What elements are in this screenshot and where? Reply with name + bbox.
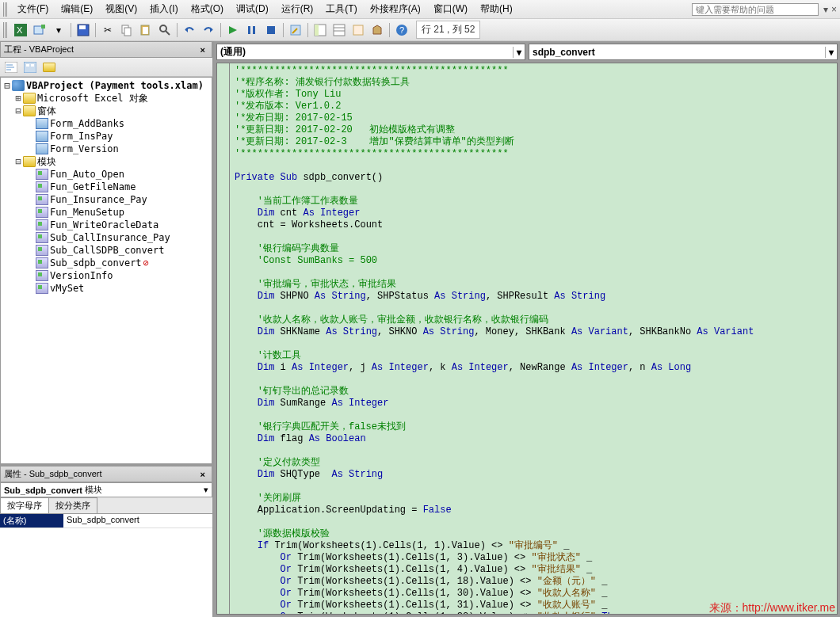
menu-debug[interactable]: 调试(D) [230, 1, 275, 17]
tree-form-item[interactable]: Form_AddBanks [2, 117, 210, 130]
svg-rect-3 [41, 25, 45, 29]
tree-module-item[interactable]: vMySet [2, 282, 210, 295]
svg-rect-12 [248, 26, 250, 34]
code-gutter [217, 63, 230, 614]
tab-categorized[interactable]: 按分类序 [48, 497, 97, 513]
window-close-icon[interactable]: × [831, 4, 837, 15]
project-panel-header: 工程 - VBAProject × [0, 41, 212, 58]
properties-grid[interactable]: (名称) Sub_sdpb_convert [0, 514, 212, 617]
tree-module-item[interactable]: Fun_Auto_Open [2, 168, 210, 181]
position-indicator: 行 21 , 列 52 [416, 21, 480, 39]
project-toolbar [0, 58, 212, 77]
toolbox-icon[interactable] [368, 21, 386, 39]
svg-rect-30 [31, 64, 34, 67]
stop-icon[interactable] [262, 21, 280, 39]
project-panel-title: 工程 - VBAProject [4, 44, 74, 55]
menu-run[interactable]: 运行(R) [275, 1, 320, 17]
property-key: (名称) [0, 514, 63, 527]
chevron-down-icon[interactable]: ▾ [825, 47, 834, 58]
svg-rect-29 [26, 64, 29, 67]
tree-module-item[interactable]: Fun_Insurance_Pay [2, 193, 210, 206]
tree-modules-folder[interactable]: ⊟模块 [2, 155, 210, 168]
properties-panel-title: 属性 - Sub_sdpb_convert [4, 468, 102, 480]
cut-icon[interactable]: ✂ [99, 21, 116, 39]
code-content[interactable]: '***************************************… [230, 63, 758, 614]
object-browser-icon[interactable] [349, 21, 367, 39]
svg-rect-9 [143, 27, 148, 34]
menu-view[interactable]: 视图(V) [99, 1, 143, 17]
svg-rect-21 [353, 25, 363, 35]
tree-module-item-active[interactable]: Sub_sdpb_convert⊘ [2, 257, 210, 269]
properties-icon[interactable] [330, 21, 348, 39]
chevron-down-icon[interactable]: ▾ [513, 47, 521, 58]
design-mode-icon[interactable] [287, 21, 304, 39]
svg-rect-17 [315, 25, 319, 36]
properties-panel-header: 属性 - Sub_sdpb_convert × [0, 466, 212, 482]
project-explorer-icon[interactable] [311, 21, 329, 39]
tree-module-item[interactable]: VersionInfo [2, 269, 210, 282]
properties-object-select[interactable]: Sub_sdpb_convert 模块▾ [0, 482, 212, 497]
dropdown-arrow-icon[interactable]: ▾ [50, 21, 67, 39]
svg-point-10 [160, 25, 166, 32]
svg-rect-18 [334, 25, 345, 36]
tree-root[interactable]: ⊟VBAProject (Payment tools.xlam) [2, 79, 210, 92]
breakpoint-indicator-icon: ⊘ [143, 257, 149, 269]
menubar: 文件(F) 编辑(E) 视图(V) 插入(I) 格式(O) 调试(D) 运行(R… [0, 0, 840, 19]
window-min-icon[interactable]: ▾ [823, 4, 828, 15]
tree-module-item[interactable]: Fun_WriteOracleData [2, 219, 210, 231]
view-code-icon[interactable] [2, 59, 20, 75]
tab-alphabetic[interactable]: 按字母序 [0, 497, 49, 513]
tree-form-item[interactable]: Form_Version [2, 143, 210, 155]
tree-excel-objects[interactable]: ⊞Microsoft Excel 对象 [2, 92, 210, 105]
menu-addins[interactable]: 外接程序(A) [364, 1, 427, 17]
property-row[interactable]: (名称) Sub_sdpb_convert [0, 514, 212, 528]
help-search-input[interactable] [692, 3, 819, 16]
toggle-folders-icon[interactable] [40, 59, 58, 75]
chevron-down-icon[interactable]: ▾ [204, 485, 208, 495]
save-icon[interactable] [74, 21, 92, 39]
view-object-icon[interactable] [21, 59, 39, 75]
code-editor[interactable]: '***************************************… [216, 63, 838, 615]
paste-icon[interactable] [137, 21, 155, 39]
project-panel-close-icon[interactable]: × [197, 45, 208, 55]
object-combo[interactable]: (通用)▾ [216, 44, 525, 60]
svg-rect-7 [124, 28, 131, 36]
help-icon[interactable]: ? [393, 21, 410, 39]
tree-module-item[interactable]: Fun_MenuSetup [2, 206, 210, 219]
svg-line-11 [166, 31, 170, 35]
svg-text:X: X [17, 25, 23, 35]
menubar-grip [3, 2, 8, 17]
watermark: 来源：http://www.itker.me [709, 601, 835, 615]
tree-module-item[interactable]: Sub_CallSDPB_convert [2, 244, 210, 257]
menu-edit[interactable]: 编辑(E) [55, 1, 99, 17]
menu-insert[interactable]: 插入(I) [143, 1, 184, 17]
svg-rect-13 [253, 26, 255, 34]
tree-form-item[interactable]: Form_InsPay [2, 130, 210, 143]
procedure-combo[interactable]: sdpb_convert▾ [529, 44, 838, 60]
svg-rect-28 [24, 62, 36, 73]
menu-help[interactable]: 帮助(H) [474, 1, 519, 17]
copy-icon[interactable] [118, 21, 136, 39]
menu-file[interactable]: 文件(F) [11, 1, 55, 17]
toolbar: X ▾ ✂ ? 行 21 , 列 52 [0, 19, 840, 41]
pause-icon[interactable] [243, 21, 261, 39]
find-icon[interactable] [156, 21, 174, 39]
project-tree[interactable]: ⊟VBAProject (Payment tools.xlam) ⊞Micros… [0, 77, 212, 464]
tree-module-item[interactable]: Fun_GetFileName [2, 181, 210, 193]
svg-text:?: ? [399, 25, 404, 35]
menu-window[interactable]: 窗口(W) [427, 1, 474, 17]
run-icon[interactable] [224, 21, 242, 39]
tree-forms-folder[interactable]: ⊟窗体 [2, 105, 210, 117]
property-value[interactable]: Sub_sdpb_convert [63, 514, 212, 527]
insert-form-icon[interactable] [31, 21, 48, 39]
svg-rect-14 [267, 26, 275, 34]
code-pane-header: (通用)▾ sdpb_convert▾ [214, 41, 840, 63]
redo-icon[interactable] [200, 21, 217, 39]
menu-tools[interactable]: 工具(T) [319, 1, 363, 17]
excel-icon[interactable]: X [12, 21, 29, 39]
undo-icon[interactable] [181, 21, 198, 39]
tree-module-item[interactable]: Sub_CallInsurance_Pay [2, 231, 210, 244]
toolbar-grip [3, 22, 8, 38]
properties-panel-close-icon[interactable]: × [197, 470, 208, 479]
menu-format[interactable]: 格式(O) [185, 1, 230, 17]
